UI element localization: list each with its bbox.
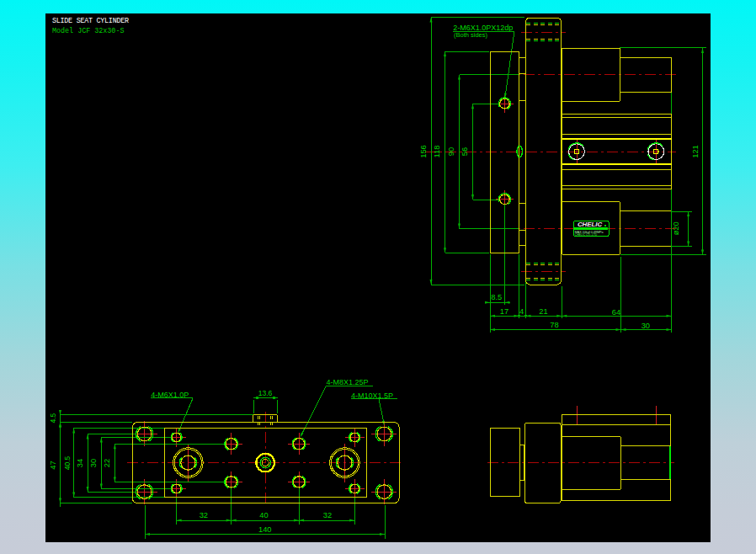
svg-text:121: 121 <box>691 145 700 158</box>
svg-text:30: 30 <box>642 322 650 330</box>
svg-text:32: 32 <box>200 511 208 519</box>
svg-text:21: 21 <box>539 307 547 316</box>
svg-text:40: 40 <box>259 511 268 519</box>
svg-text:13.6: 13.6 <box>258 389 273 397</box>
svg-text:40.5: 40.5 <box>63 455 72 470</box>
svg-text:64: 64 <box>612 308 620 317</box>
svg-text:8.5: 8.5 <box>491 293 502 301</box>
svg-text:4.5: 4.5 <box>49 413 57 423</box>
svg-text:140: 140 <box>258 525 272 534</box>
svg-text:90: 90 <box>447 147 455 156</box>
svg-text:156: 156 <box>419 145 428 158</box>
svg-text:34: 34 <box>76 459 84 467</box>
svg-text:118: 118 <box>433 146 441 158</box>
svg-text:78: 78 <box>550 321 558 329</box>
svg-text:17: 17 <box>500 307 508 316</box>
svg-text:CHELIC CO.,LTD: CHELIC CO.,LTD <box>575 233 598 237</box>
svg-text:56: 56 <box>461 147 469 156</box>
svg-text:Model JCF 32x30-S: Model JCF 32x30-S <box>52 27 124 35</box>
svg-text:32: 32 <box>323 511 332 519</box>
svg-text:47: 47 <box>49 461 57 469</box>
svg-text:ø20: ø20 <box>673 221 681 235</box>
svg-text:4: 4 <box>519 307 524 316</box>
svg-text:SLIDE SEAT CYLINDER: SLIDE SEAT CYLINDER <box>52 17 129 25</box>
svg-text:22: 22 <box>103 459 111 467</box>
svg-text:30: 30 <box>89 459 98 467</box>
svg-text:CHELIC: CHELIC <box>578 221 602 228</box>
